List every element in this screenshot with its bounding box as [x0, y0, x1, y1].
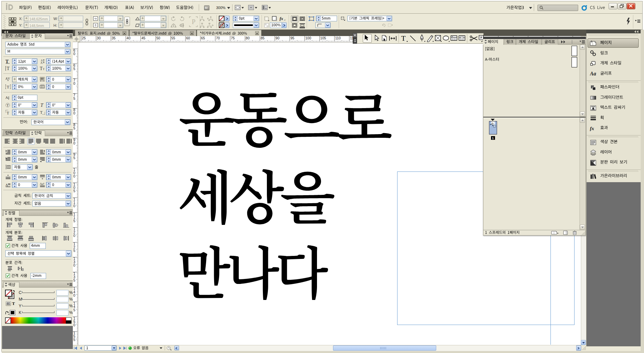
svg-text:0: 0: [73, 141, 75, 145]
svg-text:60: 60: [186, 36, 190, 40]
svg-text:T: T: [7, 84, 9, 89]
svg-text:5: 5: [73, 219, 75, 223]
svg-text:0: 0: [73, 323, 75, 327]
svg-text:45: 45: [141, 36, 145, 40]
svg-text:0: 0: [73, 81, 75, 85]
svg-text:AV: AV: [40, 77, 44, 80]
svg-text:25: 25: [82, 36, 86, 40]
svg-text:A: A: [40, 61, 43, 64]
svg-text:T: T: [43, 67, 45, 71]
svg-text:0: 0: [73, 293, 75, 297]
svg-text:fx: fx: [590, 126, 594, 131]
svg-text:35: 35: [112, 36, 116, 40]
svg-text:100: 100: [305, 36, 311, 40]
svg-text:30: 30: [97, 36, 101, 40]
svg-text:5: 5: [73, 67, 75, 71]
svg-text:70: 70: [216, 36, 220, 40]
svg-text:T: T: [7, 111, 9, 115]
svg-text:5: 5: [73, 278, 75, 282]
svg-text:40: 40: [127, 36, 131, 40]
svg-text:T: T: [7, 103, 9, 107]
svg-text:85: 85: [261, 36, 265, 40]
svg-text:90: 90: [276, 36, 280, 40]
svg-text:V: V: [8, 77, 10, 80]
svg-text:5: 5: [73, 249, 75, 253]
svg-text:0: 0: [73, 263, 75, 267]
svg-text:A: A: [5, 95, 8, 99]
svg-text:T: T: [7, 66, 10, 71]
svg-text:0: 0: [73, 52, 75, 56]
svg-text:95: 95: [290, 36, 294, 40]
svg-text:5: 5: [73, 308, 75, 312]
svg-text:P: P: [192, 18, 195, 25]
svg-text:0: 0: [73, 204, 75, 208]
svg-text:5: 5: [73, 126, 75, 130]
svg-text:fx: fx: [280, 16, 283, 21]
svg-text:50: 50: [156, 36, 160, 40]
svg-text:T: T: [40, 110, 43, 115]
svg-text:110: 110: [335, 36, 341, 40]
svg-text:0: 0: [73, 111, 75, 115]
svg-text:105: 105: [320, 36, 326, 40]
svg-text:A: A: [5, 183, 8, 187]
svg-text:5: 5: [73, 96, 75, 100]
svg-text:T: T: [401, 35, 406, 42]
svg-text:55: 55: [171, 36, 175, 40]
svg-text:A: A: [492, 122, 494, 125]
svg-text:a: a: [42, 182, 43, 186]
svg-text:80: 80: [246, 36, 250, 40]
svg-text:a: a: [8, 95, 9, 98]
svg-text:75: 75: [231, 36, 235, 40]
svg-text:T: T: [40, 102, 44, 108]
svg-text:5: 5: [73, 189, 75, 193]
svg-text:5: 5: [73, 338, 75, 342]
svg-text:5: 5: [73, 156, 75, 160]
svg-text:0: 0: [73, 234, 75, 238]
svg-text:0: 0: [73, 174, 75, 178]
svg-text:T: T: [40, 66, 43, 71]
svg-text:Aa: Aa: [590, 71, 596, 76]
svg-text:65: 65: [201, 36, 205, 40]
